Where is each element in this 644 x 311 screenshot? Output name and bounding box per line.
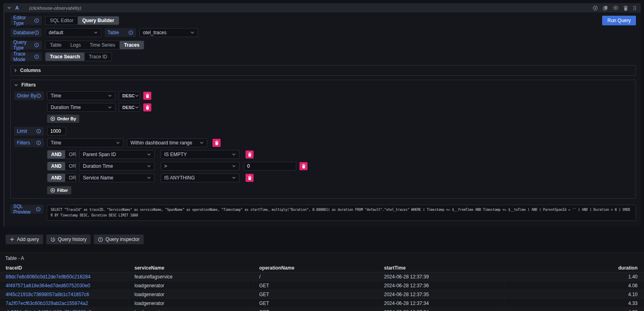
run-query-button[interactable]: Run Query [602, 16, 636, 25]
info-icon[interactable] [34, 43, 39, 47]
trace-mode-option-trace-id[interactable]: Trace ID [85, 53, 112, 61]
filters-section: Filters Order By Time DESC [10, 80, 636, 199]
order-by-field-select[interactable]: Time [47, 91, 116, 100]
and-option[interactable]: AND [47, 174, 65, 182]
trash-icon[interactable] [623, 5, 628, 11]
chevron-down-icon [108, 106, 112, 109]
query-history-button[interactable]: Query history [46, 235, 91, 244]
info-icon[interactable] [34, 54, 39, 59]
bool-operator-group: AND OR [47, 162, 76, 171]
info-icon[interactable] [36, 93, 41, 98]
or-option[interactable]: OR [65, 162, 76, 170]
column-header-starttime[interactable]: startTime [378, 264, 504, 272]
trash-icon [215, 140, 219, 145]
info-icon[interactable] [36, 207, 41, 212]
trace-id-link[interactable]: 89dc7e8c6060c0d12de7e9b50c216284 [0, 272, 129, 281]
column-header-duration[interactable]: duration [504, 264, 644, 272]
query-row-header[interactable]: A (clickhouse-observability) [3, 3, 641, 12]
table-select[interactable]: otel_traces [139, 28, 198, 37]
info-icon[interactable] [36, 140, 41, 145]
order-by-direction-select[interactable]: DESC [119, 103, 140, 112]
add-query-button[interactable]: Add query [6, 235, 43, 244]
filters-section-header[interactable]: Filters [14, 80, 632, 90]
info-icon[interactable] [34, 18, 39, 23]
editor-type-option-sql-editor[interactable]: SQL Editor [45, 16, 78, 25]
query-editor-body: Editor Type SQL Editor Query Builder Run… [3, 12, 641, 227]
plus-circle-icon [50, 188, 55, 193]
chevron-down-icon [14, 84, 18, 87]
database-select[interactable]: default [45, 28, 101, 37]
trash-icon [301, 164, 306, 169]
and-option[interactable]: AND [47, 162, 65, 170]
remove-filter-button[interactable] [299, 162, 308, 170]
info-icon[interactable] [34, 30, 39, 35]
filter-field-select[interactable]: Time [47, 138, 124, 147]
chevron-down-icon [116, 142, 120, 144]
query-type-option-logs[interactable]: Logs [66, 41, 85, 49]
and-option[interactable]: AND [47, 150, 65, 159]
table-row: 89dc7e8c6060c0d12de7e9b50c216284 feature… [0, 272, 644, 281]
query-type-option-time-series[interactable]: Time Series [85, 41, 120, 49]
chevron-down-icon [190, 31, 194, 34]
query-type-option-traces[interactable]: Traces [120, 41, 144, 49]
trace-id-link[interactable]: db9704a2bbda34204d159c71b78283e3 [0, 308, 129, 311]
filter-field-select[interactable]: Duration Time [79, 162, 155, 171]
duplicate-icon[interactable] [603, 5, 608, 11]
trace-mode-option-trace-search[interactable]: Trace Search [45, 53, 85, 61]
panel-title[interactable]: Table - A [0, 253, 644, 264]
chevron-down-icon [135, 95, 139, 97]
info-icon[interactable] [36, 129, 41, 134]
query-type-label: Query Type [10, 41, 42, 49]
trace-id-link[interactable]: 4f45c21918c73698057a8b1c741657c6 [0, 290, 129, 299]
bool-operator-group: AND OR [47, 150, 76, 159]
drag-handle-icon[interactable] [633, 5, 637, 11]
filter-field-select[interactable]: Service Name [79, 173, 155, 182]
query-editor: A (clickhouse-observability) Editor [3, 3, 641, 244]
filter-operator-select[interactable]: > [161, 162, 239, 171]
filter-value-input[interactable]: 0 [244, 162, 296, 171]
chevron-down-icon [147, 177, 151, 179]
filter-operator-select[interactable]: IS EMPTY [161, 150, 239, 159]
table-row: 7a2f07ecf63c60b1029ab2ac155874a2 loadgen… [0, 299, 644, 308]
chevron-down-icon [200, 142, 204, 144]
columns-section: Columns [10, 65, 636, 76]
add-filter-button[interactable]: Filter [47, 186, 71, 194]
datasource-name: (clickhouse-observability) [29, 6, 81, 10]
column-header-servicename[interactable]: serviceName [129, 264, 254, 272]
collapse-chevron-down-icon[interactable] [7, 6, 11, 9]
chevron-down-icon [94, 31, 98, 34]
remove-filter-button[interactable] [246, 150, 254, 159]
columns-section-header[interactable]: Columns [14, 66, 632, 75]
column-header-operationname[interactable]: operationName [254, 264, 378, 272]
trace-id-link[interactable]: 4f497571a618e364ed7ded60752030e0 [0, 281, 129, 290]
filter-field-select[interactable]: Parent Span ID [79, 150, 155, 159]
query-type-group: Table Logs Time Series Traces [45, 41, 144, 49]
remove-filter-button[interactable] [246, 174, 254, 182]
or-option[interactable]: OR [65, 150, 76, 159]
table-row: 4f45c21918c73698057a8b1c741657c6 loadgen… [0, 290, 644, 299]
table-panel: Table - A traceID serviceName operationN… [0, 252, 644, 311]
history-icon [50, 237, 56, 242]
limit-input[interactable]: 1000 [47, 127, 66, 136]
trace-mode-group: Trace Search Trace ID [45, 52, 112, 61]
filter-operator-select[interactable]: Within dashboard time range [127, 138, 207, 147]
plus-circle-icon [50, 116, 55, 121]
add-order-by-button[interactable]: Order By [47, 115, 79, 123]
editor-type-option-query-builder[interactable]: Query Builder [78, 16, 118, 25]
record-icon[interactable] [592, 5, 598, 11]
eye-icon[interactable] [613, 5, 619, 11]
remove-order-by-button[interactable] [143, 92, 151, 100]
remove-order-by-button[interactable] [143, 103, 151, 111]
or-option[interactable]: OR [65, 174, 76, 182]
order-by-direction-select[interactable]: DESC [119, 91, 140, 100]
column-header-traceid[interactable]: traceID [0, 264, 129, 272]
sql-preview-text: SELECT "TraceId" as traceID, "ServiceNam… [47, 205, 636, 221]
info-icon[interactable] [128, 30, 133, 35]
trash-icon [248, 175, 252, 180]
query-inspector-button[interactable]: Query inspector [94, 235, 144, 244]
query-type-option-table[interactable]: Table [45, 41, 66, 49]
filter-operator-select[interactable]: IS ANYTHING [161, 173, 239, 182]
trace-id-link[interactable]: 7a2f07ecf63c60b1029ab2ac155874a2 [0, 299, 129, 307]
remove-filter-button[interactable] [213, 139, 221, 147]
order-by-field-select[interactable]: Duration Time [47, 103, 116, 112]
